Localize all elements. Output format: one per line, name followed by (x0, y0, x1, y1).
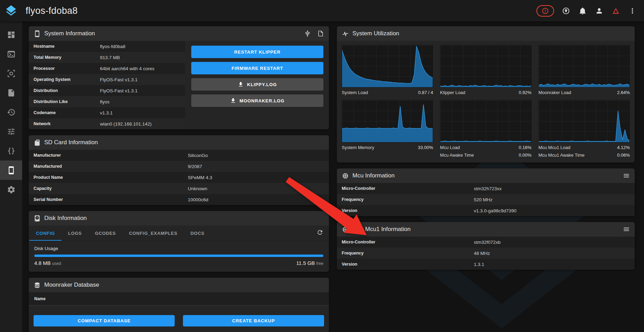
system-utilization-panel: System Utilization System Load0.87 / 4Kl… (337, 26, 635, 163)
metric-label: System Memory (342, 145, 374, 150)
info-row: DistributionFlyOS-Fast v1.3.1 (29, 85, 185, 96)
update-button[interactable] (559, 4, 573, 18)
button-label: COMPACT DATABASE (77, 318, 130, 323)
metric-value: 0.06% (617, 153, 630, 158)
info-row: Processor64bit aarch64 with 4 cores (29, 63, 185, 74)
info-value: wlan0 (192.168.101.142) (100, 121, 151, 127)
button-label: KLIPPY.LOG (247, 82, 277, 87)
overflow-menu-button[interactable] (625, 4, 639, 18)
metric-label: Mcu Load (440, 145, 460, 150)
utilization-chart-cell: System Memory33.00% (342, 100, 433, 158)
firmware-restart-button[interactable]: FIRMWARE RESTART (191, 62, 323, 74)
database-icon (34, 282, 41, 289)
info-row: Operating SystemFlyOS-Fast v1.3.1 (29, 74, 185, 85)
sidebar-item-webcam[interactable] (0, 64, 22, 83)
sidebar-item-machine[interactable] (0, 160, 22, 180)
dots-vertical-icon (628, 7, 636, 15)
moonraker-log-button[interactable]: MOONRAKER.LOG (191, 94, 323, 107)
metric-value: 0.00% (519, 153, 532, 158)
menu-icon[interactable] (623, 226, 630, 233)
settings-icon (7, 185, 16, 194)
metric-value: 0.16% (519, 145, 532, 150)
info-label: Codename (29, 110, 100, 115)
info-label: Serial Number (29, 197, 188, 202)
refresh-button[interactable] (316, 229, 323, 237)
info-value: 48 MHz (474, 251, 490, 256)
metric-label: Klipper Load (440, 90, 465, 95)
harddisk-icon (34, 215, 41, 222)
info-row: Frequency48 MHz (337, 248, 635, 259)
metric-value: 0.87 / 4 (418, 90, 433, 95)
info-label: Version (337, 208, 474, 213)
panel-title: System Information (44, 30, 95, 37)
info-value: 1.3.1 (474, 262, 484, 267)
chip-icon (342, 172, 349, 179)
sidebar-item-dashboard[interactable] (0, 25, 22, 44)
info-value: SiliconGo (188, 153, 208, 158)
menu-icon[interactable] (623, 172, 630, 179)
disk-information-panel: Disk Information CONFIGLOGSGCODESCONFIG_… (29, 211, 329, 272)
notifications-button[interactable] (576, 4, 589, 18)
info-row: Micro-Controllerstm32f072xb (337, 237, 635, 248)
database-column-header: Name (29, 292, 329, 305)
account-button[interactable] (592, 4, 606, 18)
info-value: Unknown (188, 186, 207, 191)
tab-gcodes[interactable]: GCODES (88, 225, 122, 241)
usb-devices-icon[interactable] (304, 30, 311, 37)
disk-usage-label: Disk Usage (34, 246, 323, 251)
topbar-actions (536, 4, 644, 18)
klippy-log-button[interactable]: KLIPPY.LOG (191, 78, 323, 91)
metric-label: Mcu Mcu1 Load (539, 145, 571, 150)
layers-logo-icon (4, 4, 18, 17)
config-icon (7, 147, 16, 155)
sparkline-chart (440, 45, 531, 87)
info-label: Hostname (29, 44, 100, 49)
info-value: v1.3.0-ga98c9d7390 (474, 208, 516, 213)
sparkline-chart (539, 100, 630, 142)
metric-label: Mcu Mcu1 Awake Time (539, 153, 585, 158)
info-row: Version1.3.1 (337, 259, 635, 270)
system-information-panel: System Information Hostnameflyos-fd0ba8T… (29, 26, 329, 129)
log-file-icon[interactable] (317, 30, 324, 37)
panel-title: Mcu Information (352, 172, 395, 179)
metric-label: Moonraker Load (539, 90, 571, 95)
klipper-error-button[interactable] (536, 5, 554, 17)
sidebar-item-tune[interactable] (0, 122, 22, 141)
tab-config_examples[interactable]: CONFIG_EXAMPLES (122, 225, 184, 241)
metric-row: Mcu Mcu1 Load4.12% (539, 145, 630, 150)
info-label: Total Memory (29, 55, 100, 60)
mcu-mcu1-information-header: Mcu Mcu1 Information (337, 222, 635, 237)
info-value: flyos (100, 99, 110, 104)
download-icon (230, 98, 236, 104)
download-icon (238, 81, 244, 87)
history-icon (7, 108, 16, 117)
sidebar (0, 21, 22, 332)
system-utilization-header: System Utilization (337, 26, 635, 41)
info-value: stm32h723xx (474, 186, 502, 191)
sidebar-item-settings[interactable] (0, 180, 22, 199)
tab-docs[interactable]: DOCS (184, 225, 211, 241)
create-backup-button[interactable]: CREATE BACKUP (183, 315, 324, 326)
tab-logs[interactable]: LOGS (62, 225, 89, 241)
tab-config[interactable]: CONFIG (29, 225, 62, 241)
sidebar-item-console[interactable] (0, 44, 22, 64)
system-information-table: Hostnameflyos-fd0ba8Total Memory913.7 MB… (29, 41, 185, 129)
info-value: v1.3.1 (100, 110, 113, 116)
sd-card-panel: SD Card Information ManufacturerSiliconG… (29, 135, 329, 205)
compact-database-button[interactable]: COMPACT DATABASE (34, 315, 175, 326)
panel-title: Mcu Mcu1 Information (352, 226, 411, 233)
sparkline-chart (440, 100, 531, 142)
info-label: Distribution (29, 88, 100, 93)
sidebar-item-jobs[interactable] (0, 83, 22, 102)
sidebar-item-history[interactable] (0, 102, 22, 122)
utilization-chart-cell: Mcu Load0.16%Mcu Awake Time0.00% (440, 100, 531, 158)
info-value: stm32f072xb (474, 240, 500, 245)
restart-klipper-button[interactable]: RESTART KLIPPER (191, 46, 323, 58)
info-value: FlyOS-Fast v1.3.1 (100, 77, 138, 82)
sidebar-item-config[interactable] (0, 141, 22, 160)
info-value: FlyOS-Fast v1.3.1 (100, 88, 138, 93)
info-label: Frequency (337, 197, 474, 202)
disk-usage-section: Disk Usage 4.8 MBused 11.5 GBfree (29, 241, 329, 272)
info-row: Frequency520 MHz (337, 194, 635, 205)
brand-button[interactable] (609, 4, 623, 18)
